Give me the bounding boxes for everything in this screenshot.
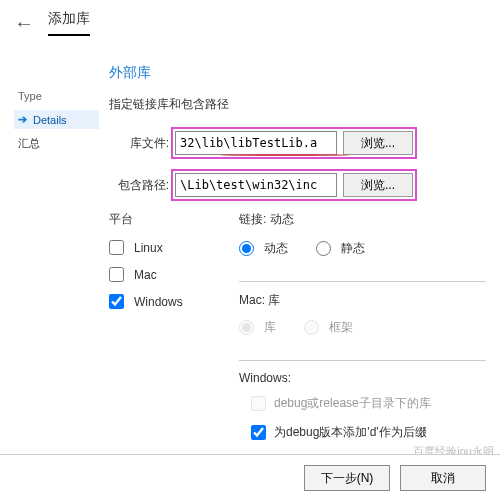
mac-heading: Mac: 库 bbox=[239, 292, 486, 309]
link-dynamic[interactable]: 动态 bbox=[239, 240, 288, 257]
sidebar-item-label: 汇总 bbox=[18, 137, 40, 149]
section-title: 外部库 bbox=[109, 64, 486, 82]
lib-browse-button[interactable]: 浏览... bbox=[343, 131, 413, 155]
sidebar-item-label: Details bbox=[33, 114, 67, 126]
radio-icon[interactable] bbox=[316, 241, 331, 256]
divider bbox=[239, 360, 486, 361]
platform-mac[interactable]: Mac bbox=[109, 267, 239, 282]
include-browse-button[interactable]: 浏览... bbox=[343, 173, 413, 197]
arrow-right-icon: ➔ bbox=[18, 113, 27, 126]
sidebar-heading: Type bbox=[14, 90, 99, 102]
sidebar-item-details[interactable]: ➔ Details bbox=[14, 110, 99, 129]
footer: 下一步(N) 取消 bbox=[0, 454, 500, 501]
radio-icon[interactable] bbox=[239, 241, 254, 256]
radio-icon bbox=[304, 320, 319, 335]
win-opt-subdir: debug或release子目录下的库 bbox=[251, 395, 486, 412]
cancel-button[interactable]: 取消 bbox=[400, 465, 486, 491]
lib-file-input[interactable] bbox=[175, 131, 337, 155]
platform-linux[interactable]: Linux bbox=[109, 240, 239, 255]
mac-framework: 框架 bbox=[304, 319, 353, 336]
platform-windows[interactable]: Windows bbox=[109, 294, 239, 309]
link-heading: 链接: 动态 bbox=[239, 211, 486, 228]
sidebar: Type ➔ Details 汇总 bbox=[14, 50, 99, 482]
dialog-title: 添加库 bbox=[48, 10, 90, 36]
radio-icon bbox=[239, 320, 254, 335]
include-path-label: 包含路径: bbox=[109, 177, 169, 194]
checkbox-icon[interactable] bbox=[109, 294, 124, 309]
mac-lib: 库 bbox=[239, 319, 276, 336]
checkbox-icon[interactable] bbox=[109, 240, 124, 255]
checkbox-icon bbox=[251, 396, 266, 411]
link-static[interactable]: 静态 bbox=[316, 240, 365, 257]
checkbox-icon[interactable] bbox=[109, 267, 124, 282]
windows-heading: Windows: bbox=[239, 371, 486, 385]
platform-heading: 平台 bbox=[109, 211, 239, 228]
section-hint: 指定链接库和包含路径 bbox=[109, 96, 486, 113]
lib-file-label: 库文件: bbox=[109, 135, 169, 152]
include-path-highlight: 浏览... bbox=[171, 169, 417, 201]
back-icon[interactable]: ← bbox=[14, 12, 34, 35]
checkbox-icon[interactable] bbox=[251, 425, 266, 440]
annotation-underline bbox=[220, 154, 350, 156]
win-opt-add-d[interactable]: 为debug版本添加'd'作为后缀 bbox=[251, 424, 486, 441]
include-path-input[interactable] bbox=[175, 173, 337, 197]
next-button[interactable]: 下一步(N) bbox=[304, 465, 390, 491]
sidebar-item-summary[interactable]: 汇总 bbox=[14, 133, 99, 154]
divider bbox=[239, 281, 486, 282]
